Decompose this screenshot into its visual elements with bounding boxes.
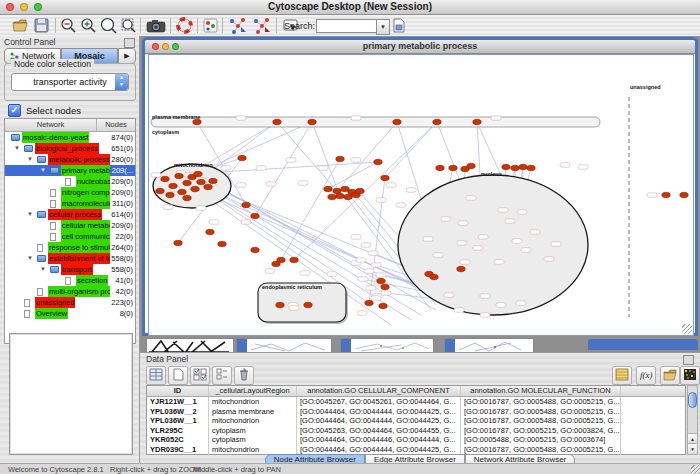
network-node[interactable] [178,189,186,194]
network-node[interactable] [166,192,174,197]
background-window-thumbnail[interactable] [340,338,434,352]
network-edge[interactable] [337,122,397,191]
network-node[interactable] [251,247,259,252]
scrollbar-thumb[interactable] [688,392,697,408]
network-node[interactable] [333,188,341,193]
network-node[interactable] [473,119,481,124]
network-node[interactable] [169,183,177,188]
network-node[interactable] [365,300,373,305]
network-node[interactable] [161,176,169,181]
new-network-icon[interactable] [228,17,248,34]
network-node[interactable] [344,194,352,199]
network-node[interactable] [374,159,382,164]
table-row[interactable]: YJR121W__1mitochondrion[GO:0045267, GO:0… [147,397,685,407]
tree-row[interactable]: Overview8(0) [5,308,135,319]
network-node[interactable] [324,186,332,191]
network-node[interactable] [204,184,212,189]
background-window-thumbnail[interactable] [146,338,234,352]
tree-row[interactable]: macromolecule311(0) [5,198,135,209]
network-node[interactable] [377,278,385,283]
network-node[interactable] [436,165,444,170]
network-node[interactable] [273,119,281,124]
table-header-cell[interactable]: annotation.GO CELLULAR_COMPONENT [297,386,461,396]
network-node[interactable] [328,194,336,199]
tree-row[interactable]: mosaic-demo-yeast874(0) [5,132,135,143]
tree-row[interactable]: unassigned223(0) [5,297,135,308]
network-node[interactable] [209,178,217,183]
zoom-in-icon[interactable] [80,17,97,34]
network-node[interactable] [511,165,519,170]
network-node[interactable] [430,274,438,279]
network-node[interactable] [502,164,510,169]
zoom-selected-icon[interactable] [100,17,117,34]
network-node[interactable] [467,163,475,168]
network-node[interactable] [272,261,280,266]
tree-row[interactable]: ▼transport558(0) [5,264,135,275]
tree-row[interactable]: nitrogen compo209(0) [5,187,135,198]
network-node[interactable] [174,240,182,245]
network-node[interactable] [356,188,364,193]
tree-row[interactable]: ▼metabolic process280(0) [5,154,135,165]
table-row[interactable]: YPL036W__2plasma membrane[GO:0044464, GO… [147,407,685,417]
network-node[interactable] [193,119,201,124]
network-node[interactable] [183,180,191,185]
tree-row[interactable]: ▼biological_process651(0) [5,143,135,154]
network-node[interactable] [251,213,259,218]
vizmapper-icon[interactable] [202,17,219,34]
delete-attribute-icon[interactable] [234,366,254,385]
network-node[interactable] [156,188,164,193]
search-input[interactable] [316,19,380,33]
network-node[interactable] [308,119,316,124]
network-node[interactable] [276,302,284,307]
window-resize-grip[interactable] [691,465,700,474]
birds-eye-view[interactable] [9,333,133,455]
select-nodes-checkbox[interactable]: ✓ [8,104,21,117]
tree-row[interactable]: response to stimulu264(0) [5,242,135,253]
tree-row[interactable]: ▼primary metabo209(... [5,165,135,176]
formula-builder-icon[interactable]: f(x) [636,366,656,385]
snapshot-camera-icon[interactable] [146,17,166,34]
expand-arrow-icon[interactable]: ▼ [27,156,33,162]
network-node[interactable] [336,156,344,161]
tree-col-nodes[interactable]: Nodes [97,119,135,131]
network-canvas[interactable]: plasma membranemitochondrionnucleusendop… [148,54,694,336]
network-node[interactable] [336,193,344,198]
background-window-thumbnail[interactable] [444,338,534,352]
network-node[interactable] [433,119,441,124]
import-attributes-icon[interactable] [612,366,632,385]
expand-arrow-icon[interactable]: ▼ [14,145,20,151]
network-node[interactable] [449,165,457,170]
network-node[interactable] [379,303,387,308]
expand-arrow-icon[interactable]: ▼ [27,211,33,217]
network-window-titlebar[interactable]: primary metabolic process [145,40,695,54]
attribute-unselect-icon[interactable] [212,366,232,385]
network-node[interactable] [381,175,389,180]
network-node[interactable] [662,192,670,197]
network-node[interactable] [194,171,202,176]
float-panel-icon[interactable] [124,38,135,48]
network-resize-grip[interactable] [682,324,692,334]
zoom-out-icon[interactable] [60,17,77,34]
network-node[interactable] [680,192,688,197]
tree-row[interactable]: cellular metabol209(0) [5,220,135,231]
zoom-fit-icon[interactable] [120,17,137,34]
table-row[interactable]: YLR295Ccytoplasm[GO:0045263, GO:0044464,… [147,426,685,436]
tree-row[interactable]: ▼establishment of lo558(0) [5,253,135,264]
tree-row[interactable]: nucleobase-209(0) [5,176,135,187]
network-edge[interactable] [385,122,437,178]
network-edge[interactable] [201,122,312,171]
attribute-select-icon[interactable] [146,366,166,385]
table-header-cell[interactable]: annotation.GO MOLECULAR_FUNCTION [461,386,621,396]
attribute-checklist-icon[interactable] [190,366,210,385]
tree-row[interactable]: cell communicat22(0) [5,231,135,242]
network-node[interactable] [242,202,250,207]
network-node[interactable] [197,179,205,184]
float-panel-icon[interactable] [683,355,694,365]
network-node[interactable] [191,186,199,191]
network-node[interactable] [218,241,226,246]
save-icon[interactable] [33,17,50,34]
table-header-cell[interactable]: ID [147,386,209,396]
network-node[interactable] [206,229,214,234]
search-dropdown-icon[interactable]: ▼ [376,19,390,35]
tree-col-network[interactable]: Network [5,119,97,131]
